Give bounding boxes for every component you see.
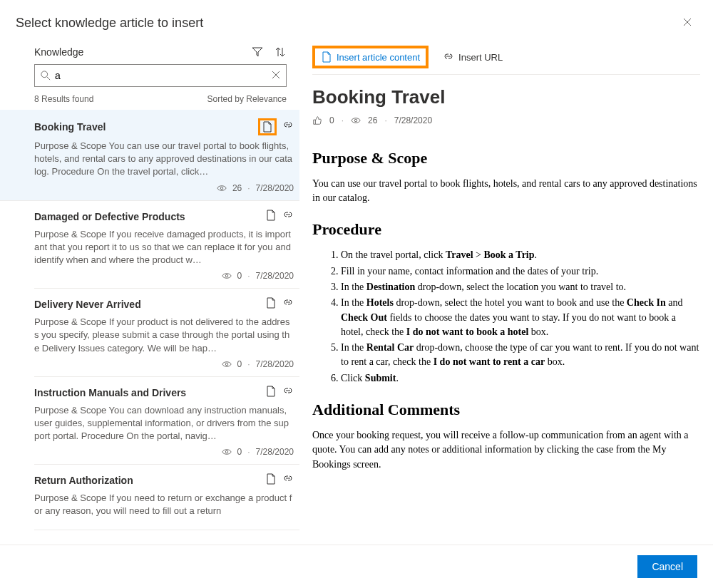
filter-button[interactable] [251,46,264,58]
close-icon [683,18,692,26]
result-title: Return Authorization [34,475,133,486]
procedure-step: In the Destination drop-down, select the… [341,280,700,294]
result-date: 7/28/2020 [256,183,294,193]
insert-url-item-button[interactable] [282,120,294,134]
document-icon [262,121,273,133]
link-icon [282,120,294,131]
sort-button[interactable] [274,46,287,58]
results-list[interactable]: Booking Travel Purpose & Scope You can u… [0,110,299,537]
result-title: Delivery Never Arrived [34,299,141,310]
sort-icon [275,46,286,58]
result-views: 0 [237,359,242,369]
procedure-step: On the travel portal, click Travel > Boo… [341,248,700,262]
document-icon [265,473,277,485]
document-icon [265,386,277,397]
article-body: Purpose & Scope You can use our travel p… [312,147,700,479]
result-views: 26 [232,183,242,193]
result-date: 7/28/2020 [256,447,294,457]
insert-article-content-button[interactable]: Insert article content [312,46,429,68]
result-snippet: Purpose & Scope If you need to return or… [34,492,294,517]
article-views: 26 [368,115,377,125]
result-item-delivery[interactable]: Delivery Never Arrived Purpose & Scope I… [34,289,299,377]
dialog-title: Select knowledge article to insert [16,16,203,31]
svg-point-5 [354,119,357,122]
result-item-return[interactable]: Return Authorization Purpose & Scope If … [34,465,299,530]
insert-content-item-button[interactable] [265,473,277,488]
insert-url-item-button[interactable] [282,473,294,488]
sorted-by: Sorted by Relevance [207,94,287,104]
result-title: Booking Travel [34,121,106,133]
svg-point-4 [225,451,228,454]
procedure-list: On the travel portal, click Travel > Boo… [312,248,700,386]
link-icon [282,473,294,485]
insert-content-item-button[interactable] [265,210,277,224]
filter-icon [252,46,263,58]
heading-additional: Additional Comments [312,398,700,421]
svg-point-1 [220,187,223,190]
eye-icon [351,115,361,125]
search-icon [41,71,51,81]
link-icon [282,210,294,221]
svg-point-2 [225,274,228,277]
search-input-container[interactable] [34,64,287,87]
insert-content-item-button[interactable] [265,386,277,400]
procedure-step: Fill in your name, contact information a… [341,264,700,279]
document-icon [265,210,277,221]
dialog-footer: Cancel [0,545,713,588]
clear-icon [272,71,280,79]
results-count: 8 Results found [34,94,93,104]
result-title: Instruction Manuals and Drivers [34,387,186,398]
thumbs-up-icon [312,115,322,125]
knowledge-panel: Knowledge 8 Results found Sorted by Rele… [0,46,299,537]
knowledge-heading: Knowledge [34,46,83,58]
clear-search-button[interactable] [272,69,280,82]
article-preview-panel: Insert article content Insert URL Bookin… [299,46,713,537]
svg-point-0 [41,71,48,78]
result-title: Damaged or Defective Products [34,211,185,222]
eye-icon [217,183,227,193]
result-item-manuals[interactable]: Instruction Manuals and Drivers Purpose … [34,377,299,465]
result-snippet: Purpose & Scope You can download any ins… [34,404,294,443]
procedure-step: In the Hotels drop-down, select the hote… [341,296,700,339]
result-item-booking-travel[interactable]: Booking Travel Purpose & Scope You can u… [0,110,299,201]
eye-icon [222,359,232,369]
paragraph-purpose: You can use our travel portal to book fl… [312,177,700,206]
link-icon [443,51,454,63]
document-icon [265,297,277,309]
article-date: 7/28/2020 [394,115,432,125]
link-icon [282,386,294,397]
link-icon [282,297,294,309]
cancel-button[interactable]: Cancel [637,555,697,578]
result-snippet: Purpose & Scope You can use our travel p… [34,140,294,179]
document-icon [321,51,332,63]
result-snippet: Purpose & Scope If your product is not d… [34,316,294,355]
insert-url-item-button[interactable] [282,297,294,311]
heading-purpose: Purpose & Scope [312,147,700,170]
insert-url-item-button[interactable] [282,386,294,400]
procedure-step: In the Rental Car drop-down, choose the … [341,341,700,370]
eye-icon [222,271,232,281]
insert-content-label: Insert article content [337,52,420,63]
result-date: 7/28/2020 [256,359,294,369]
result-date: 7/28/2020 [256,271,294,281]
result-snippet: Purpose & Scope If you receive damaged p… [34,228,294,267]
insert-url-label: Insert URL [458,52,503,63]
insert-content-item-button[interactable] [265,297,277,311]
svg-point-3 [225,363,228,366]
insert-content-item-button[interactable] [258,118,277,135]
eye-icon [222,447,232,457]
article-title: Booking Travel [312,86,700,108]
close-button[interactable] [677,14,697,31]
insert-url-button[interactable]: Insert URL [438,48,507,66]
article-likes: 0 [329,115,334,125]
heading-procedure: Procedure [312,218,700,241]
paragraph-additional: Once your booking request, you will rece… [312,428,700,472]
search-input[interactable] [51,70,272,81]
result-item-damaged[interactable]: Damaged or Defective Products Purpose & … [34,201,299,289]
procedure-step: Click Submit. [341,371,700,386]
result-views: 0 [237,271,242,281]
insert-url-item-button[interactable] [282,210,294,224]
result-views: 0 [237,447,242,457]
